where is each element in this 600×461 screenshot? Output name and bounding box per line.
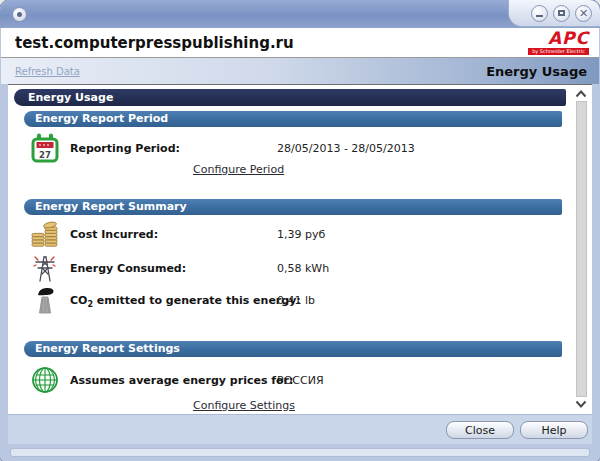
- page-title: Energy Usage: [486, 64, 587, 79]
- cost-incurred-value: 1,39 руб: [277, 228, 325, 241]
- apc-logo: APC by Schneider Electric: [528, 30, 589, 55]
- scroll-up-icon: [575, 90, 587, 98]
- calendar-icon: 27: [30, 133, 60, 163]
- globe-icon: [30, 365, 60, 395]
- minimize-button[interactable]: [531, 5, 548, 22]
- apc-brand-text: APC: [548, 30, 589, 47]
- power-pylon-icon: [30, 253, 60, 283]
- svg-text:27: 27: [39, 150, 51, 160]
- energy-prices-label: Assumes average energy prices for:: [70, 374, 293, 387]
- titlebar-close-button[interactable]: ✕: [575, 5, 592, 22]
- close-button[interactable]: Close: [446, 421, 514, 439]
- energy-usage-banner: Energy Usage: [14, 89, 566, 106]
- energy-consumed-label: Energy Consumed:: [70, 262, 186, 275]
- configure-settings-link[interactable]: Configure Settings: [193, 399, 295, 412]
- scroll-up-button[interactable]: [574, 89, 588, 99]
- application-window: ✕ test.computerpresspublishing.ru APC by…: [0, 0, 600, 461]
- section-header-summary: Energy Report Summary: [24, 199, 562, 215]
- hostname: test.computerpresspublishing.ru: [15, 34, 294, 52]
- toolbar: Refresh Data Energy Usage: [1, 58, 599, 84]
- configure-period-link[interactable]: Configure Period: [193, 163, 284, 176]
- scroll-down-button[interactable]: [574, 399, 588, 409]
- titlebar: ✕: [0, 0, 600, 28]
- reporting-period-value: 28/05/2013 - 28/05/2013: [277, 142, 415, 155]
- app-header: test.computerpresspublishing.ru APC by S…: [1, 28, 599, 58]
- co2-emitted-label: CO2 emitted to generate this energy:: [70, 294, 301, 309]
- status-bar: [10, 448, 590, 457]
- section-header-period: Energy Report Period: [24, 111, 562, 127]
- co2-emitted-row: CO2 emitted to generate this energy: 0,4…: [8, 285, 568, 319]
- footer-bar: Close Help: [8, 414, 592, 444]
- content-panel: Energy Usage Energy Report Period 27 Rep…: [8, 84, 592, 414]
- apc-tagline: by Schneider Electric: [528, 48, 589, 55]
- maximize-button[interactable]: [553, 5, 570, 22]
- scroll-track[interactable]: [576, 101, 587, 397]
- reporting-period-row: 27 Reporting Period: 28/05/2013 - 28/05/…: [8, 133, 568, 167]
- vertical-scrollbar: [574, 89, 588, 409]
- window-controls: ✕: [508, 0, 600, 27]
- energy-prices-value: РОССИЯ: [277, 374, 324, 387]
- help-button[interactable]: Help: [520, 421, 588, 439]
- coins-icon: [30, 219, 60, 249]
- refresh-data-link[interactable]: Refresh Data: [15, 66, 80, 77]
- section-header-settings: Energy Report Settings: [24, 341, 562, 357]
- window-menu-icon[interactable]: [12, 7, 27, 22]
- co2-emitted-value: 0,41 lb: [277, 294, 315, 307]
- reporting-period-label: Reporting Period:: [70, 142, 180, 155]
- cost-incurred-row: Cost Incurred: 1,39 руб: [8, 219, 568, 253]
- minimize-icon: [536, 15, 543, 17]
- energy-consumed-row: Energy Consumed: 0,58 kWh: [8, 253, 568, 287]
- scroll-down-icon: [575, 400, 587, 408]
- smokestack-icon: [30, 285, 60, 315]
- cost-incurred-label: Cost Incurred:: [70, 228, 158, 241]
- energy-consumed-value: 0,58 kWh: [277, 262, 329, 275]
- maximize-icon: [558, 10, 565, 16]
- energy-prices-row: Assumes average energy prices for: РОССИ…: [8, 365, 568, 399]
- close-icon: ✕: [579, 8, 588, 19]
